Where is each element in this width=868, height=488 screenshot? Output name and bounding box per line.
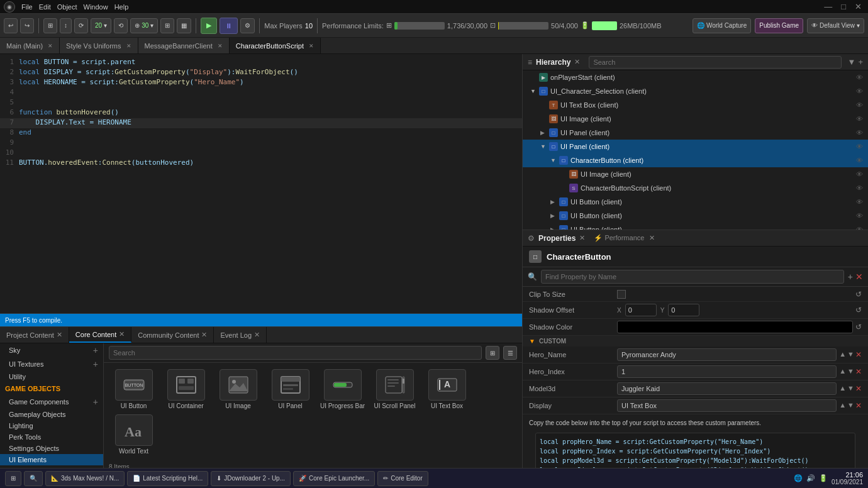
asset-list-view-btn[interactable]: ☰	[503, 346, 517, 360]
taskbar-search[interactable]: 🔍	[24, 471, 43, 486]
taskbar-jdownloader[interactable]: ⬇ JDownloader 2 - Up...	[211, 471, 291, 486]
hier-item-onplayerstart[interactable]: ▶ onPlayerStart (client) 👁	[523, 70, 868, 84]
sidebar-item-gameplay-objects[interactable]: Gameplay Objects	[0, 409, 103, 420]
taskbar-core-launcher[interactable]: 🚀 Core Epic Launcher...	[293, 471, 375, 486]
sidebar-item-settings-objects[interactable]: Settings Objects	[0, 443, 103, 454]
display-del[interactable]: ✕	[855, 401, 862, 410]
display-up[interactable]: ▲	[839, 401, 846, 410]
grid-button[interactable]: ▦	[177, 18, 191, 33]
hier-eye-ui-image[interactable]: 👁	[856, 115, 863, 123]
tab-message-close[interactable]: ✕	[218, 43, 223, 49]
sidebar-item-ui-elements[interactable]: UI Elements	[0, 454, 103, 465]
hier-eye-ui-textbox[interactable]: 👁	[856, 101, 863, 109]
hier-eye-ui-panel2[interactable]: 👁	[856, 143, 863, 150]
hier-item-ui-panel1[interactable]: ▶ □ UI Panel (client) 👁	[523, 126, 868, 140]
sidebar-item-perk-tools[interactable]: Perk Tools	[0, 431, 103, 443]
hier-eye-charbutton[interactable]: 👁	[856, 157, 863, 164]
code-editor[interactable]: 1 local BUTTON = script.parent 2 local D…	[0, 54, 522, 314]
tab-community-content[interactable]: Community Content ✕	[131, 327, 214, 343]
hier-item-ui-btn3[interactable]: ▶ □ UI Button (client) 👁	[523, 223, 868, 230]
tab-community-close[interactable]: ✕	[201, 331, 207, 339]
shadow-x-input[interactable]	[625, 304, 657, 316]
scale-button[interactable]: ⊕ 30 ▾	[130, 18, 158, 33]
sidebar-item-sky[interactable]: Sky +	[0, 343, 103, 357]
hier-item-charscript[interactable]: S CharacterButtonScript (client) 👁	[523, 181, 868, 195]
hier-item-ui-panel2[interactable]: ▼ □ UI Panel (client) 👁	[523, 140, 868, 153]
model3d-del[interactable]: ✕	[855, 384, 862, 393]
shadow-offset-reset[interactable]: ↺	[855, 306, 862, 314]
settings-button[interactable]: ⚙	[240, 18, 255, 33]
win-close[interactable]: ✕	[852, 2, 864, 11]
shadow-color-reset[interactable]: ↺	[855, 323, 862, 331]
prop-model3d-input[interactable]	[617, 382, 837, 395]
tab-charscript[interactable]: CharacterButtonScript ✕	[230, 38, 321, 53]
hierarchy-close[interactable]: ✕	[574, 58, 580, 66]
tab-core-content[interactable]: Core Content ✕	[69, 327, 131, 343]
sidebar-item-lighting[interactable]: Lighting	[0, 420, 103, 431]
prop-clip-reset[interactable]: ↺	[855, 290, 862, 299]
tab-main-close[interactable]: ✕	[48, 43, 53, 49]
taskbar-scripting[interactable]: 📄 Latest Scripting Hel...	[127, 471, 208, 486]
sidebar-item-ui-textures-add[interactable]: +	[93, 359, 98, 369]
shadow-y-input[interactable]	[668, 304, 699, 316]
hier-eye-ui-btn1[interactable]: 👁	[856, 198, 863, 206]
view-button[interactable]: 👁 Default View ▾	[807, 18, 864, 33]
sidebar-item-game-components-add[interactable]: +	[93, 397, 98, 407]
tab-style[interactable]: Style Vs Uniforms ✕	[60, 38, 138, 53]
prop-hero-index-input[interactable]	[617, 365, 837, 378]
tab-message[interactable]: MessageBannerClient ✕	[138, 38, 230, 53]
hier-eye-ui-btn2[interactable]: 👁	[856, 212, 863, 219]
publish-button[interactable]: Publish Game	[755, 18, 803, 33]
sidebar-item-ui-textures[interactable]: UI Textures +	[0, 357, 103, 371]
hier-eye-ui-image2[interactable]: 👁	[856, 170, 863, 178]
asset-ui-scroll-panel[interactable]: UI Scroll Panel	[371, 369, 418, 409]
win-minimize[interactable]: —	[821, 2, 835, 11]
snap-button[interactable]: ⊞	[160, 18, 174, 33]
tab-event-close[interactable]: ✕	[254, 331, 260, 339]
asset-ui-panel[interactable]: UI Panel	[267, 369, 314, 409]
asset-ui-progress-bar[interactable]: UI Progress Bar	[319, 369, 366, 409]
performance-tab[interactable]: ⚡ Performance	[594, 234, 644, 242]
hier-item-ui-btn1[interactable]: ▶ □ UI Button (client) 👁	[523, 195, 868, 209]
hero-name-up[interactable]: ▲	[839, 350, 846, 359]
menu-window[interactable]: Window	[84, 3, 108, 11]
undo-button[interactable]: ↩	[4, 18, 18, 33]
menu-file[interactable]: File	[21, 3, 33, 11]
menu-help[interactable]: Help	[114, 3, 129, 11]
asset-ui-container[interactable]: UI Container	[162, 369, 209, 409]
hero-index-up[interactable]: ▲	[839, 367, 846, 376]
sidebar-item-utility[interactable]: Utility	[0, 371, 103, 382]
prop-shadow-color-picker[interactable]	[617, 321, 853, 333]
rotate-button[interactable]: ⟲	[114, 18, 128, 33]
hier-item-ui-btn2[interactable]: ▶ □ UI Button (client) 👁	[523, 209, 868, 223]
hier-eye-charscript[interactable]: 👁	[856, 184, 863, 192]
hier-eye-ui-btn3[interactable]: 👁	[856, 226, 863, 230]
asset-ui-text-box[interactable]: A UI Text Box	[423, 369, 470, 409]
hierarchy-add-btn[interactable]: +	[858, 57, 863, 67]
hero-name-del[interactable]: ✕	[855, 350, 862, 359]
game-objects-header[interactable]: GAME OBJECTS	[0, 382, 103, 395]
props-add-btn[interactable]: +	[848, 272, 853, 282]
hero-index-del[interactable]: ✕	[855, 367, 862, 376]
tab-main[interactable]: Main (Main) ✕	[0, 38, 60, 53]
hier-eye-ui-panel1[interactable]: 👁	[856, 129, 863, 136]
props-remove-btn[interactable]: ✕	[855, 272, 863, 282]
win-maximize[interactable]: □	[838, 2, 849, 11]
hierarchy-search[interactable]	[589, 56, 841, 69]
tab-event-log[interactable]: Event Log ✕	[214, 327, 267, 343]
hierarchy-filter-btn[interactable]: ▼	[848, 57, 856, 67]
tab-core-close[interactable]: ✕	[119, 330, 125, 338]
properties-search-input[interactable]	[541, 270, 844, 284]
hero-index-down[interactable]: ▼	[847, 367, 854, 376]
custom-section-header[interactable]: ▼ Custom	[523, 336, 868, 347]
asset-ui-button[interactable]: BUTTON UI Button	[110, 369, 157, 409]
display-down[interactable]: ▼	[847, 401, 854, 410]
new-object-button[interactable]: ⊞	[43, 18, 57, 33]
prop-clip-to-size-checkbox[interactable]	[617, 290, 626, 299]
prop-hero-name-input[interactable]	[617, 348, 837, 361]
properties-close[interactable]: ✕	[579, 234, 585, 242]
taskbar-3dsmax[interactable]: 📐 3ds Max News! / N...	[45, 471, 125, 486]
sidebar-item-game-components[interactable]: Game Components +	[0, 395, 103, 409]
taskbar-core-editor[interactable]: ✏ Core Editor	[377, 471, 428, 486]
tab-charscript-close[interactable]: ✕	[309, 43, 314, 49]
